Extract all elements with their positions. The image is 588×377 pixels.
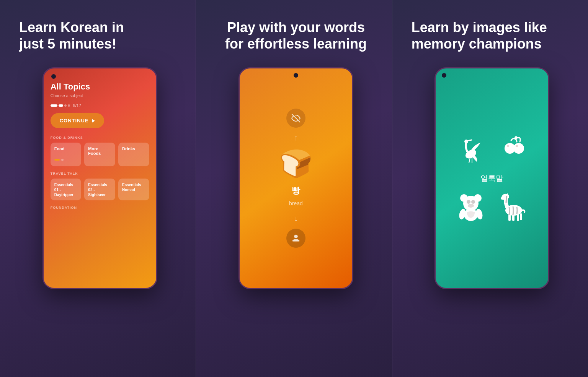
svg-point-10 bbox=[507, 145, 509, 147]
korean-word: 빵 bbox=[292, 185, 300, 197]
food-topic-cards: Food More Foods Drinks bbox=[51, 143, 149, 166]
eye-slash-icon bbox=[291, 114, 301, 123]
continue-arrow-icon bbox=[92, 119, 95, 123]
essentials-02-title: Essentials 02 - Sightseer bbox=[88, 182, 111, 197]
travel-talk-label: TRAVEL TALK bbox=[51, 172, 149, 176]
choose-subject: Choose a subject bbox=[51, 93, 149, 98]
svg-line-6 bbox=[469, 158, 470, 163]
panel-1: Learn Korean in just 5 minutes! All Topi… bbox=[0, 0, 196, 377]
svg-point-19 bbox=[471, 200, 475, 204]
prog-filled-1 bbox=[51, 104, 57, 107]
panel-2: Play with your words for effortless lear… bbox=[196, 0, 392, 377]
phone-1-camera bbox=[51, 74, 56, 79]
svg-point-9 bbox=[513, 143, 524, 154]
drinks-card-title: Drinks bbox=[122, 146, 145, 151]
essentials-01-card[interactable]: Essentials 01 - Daytripper bbox=[51, 179, 82, 200]
prog-filled-2 bbox=[59, 104, 63, 107]
person-icon-container bbox=[286, 229, 305, 248]
svg-point-3 bbox=[293, 240, 299, 242]
continue-label: CONTINUE bbox=[60, 118, 89, 123]
crane-icon bbox=[456, 135, 486, 166]
travel-topic-cards: Essentials 01 - Daytripper Essentials 02… bbox=[51, 179, 149, 200]
zebra-icon bbox=[498, 191, 528, 222]
person-icon bbox=[291, 233, 301, 244]
phone-2-camera bbox=[294, 73, 298, 78]
food-card-title: Food bbox=[54, 146, 78, 151]
phone-3: 얼룩말 bbox=[434, 67, 549, 289]
svg-point-20 bbox=[468, 204, 474, 208]
bread-icon: 🍞 bbox=[279, 148, 312, 179]
panel-2-title: Play with your words for effortless lear… bbox=[223, 19, 369, 52]
all-topics-title: All Topics bbox=[51, 82, 149, 92]
progress-bar bbox=[51, 104, 70, 107]
bear-icon bbox=[456, 191, 486, 222]
progress-text: 9/17 bbox=[73, 103, 81, 108]
panel-1-title: Learn Korean in just 5 minutes! bbox=[19, 19, 149, 52]
svg-rect-27 bbox=[520, 213, 522, 220]
svg-point-11 bbox=[516, 145, 518, 147]
phone-2: ↑ 🍞 빵 bread ↓ bbox=[238, 67, 353, 289]
arrow-up-icon: ↑ bbox=[294, 133, 298, 142]
animals-top-row bbox=[456, 135, 528, 166]
essentials-03-title: Essentials Nomad bbox=[122, 182, 145, 192]
more-foods-card[interactable]: More Foods bbox=[84, 143, 115, 166]
phone-3-content: 얼룩말 bbox=[436, 68, 548, 288]
svg-rect-26 bbox=[517, 214, 519, 221]
svg-point-5 bbox=[464, 140, 468, 143]
food-drinks-label: FOOD & DRINKS bbox=[51, 136, 149, 140]
food-dot-2 bbox=[61, 159, 64, 161]
prog-empty-2 bbox=[68, 104, 70, 107]
foundation-label: FOUNDATION bbox=[51, 206, 149, 210]
panel-3: Learn by images like memory champions bbox=[392, 0, 588, 377]
cherry-icon bbox=[498, 135, 528, 166]
essentials-03-card[interactable]: Essentials Nomad bbox=[118, 179, 149, 200]
korean-animal-word: 얼룩말 bbox=[480, 173, 503, 184]
svg-rect-24 bbox=[508, 214, 511, 221]
arrow-down-icon: ↓ bbox=[294, 214, 298, 223]
progress-row: 9/17 bbox=[51, 103, 149, 108]
svg-rect-25 bbox=[512, 214, 514, 221]
eye-icon-container bbox=[286, 109, 305, 128]
essentials-01-title: Essentials 01 - Daytripper bbox=[54, 182, 78, 197]
food-card[interactable]: Food bbox=[51, 143, 82, 166]
prog-empty-1 bbox=[64, 104, 67, 107]
phone-1: All Topics Choose a subject 9/17 CONTINU… bbox=[42, 67, 157, 289]
english-word: bread bbox=[289, 200, 303, 206]
animals-bottom-row bbox=[456, 191, 528, 222]
phone-2-content: ↑ 🍞 빵 bread ↓ bbox=[240, 68, 352, 288]
drinks-card[interactable]: Drinks bbox=[118, 143, 149, 166]
more-foods-card-title: More Foods bbox=[88, 146, 111, 156]
svg-point-2 bbox=[294, 235, 297, 238]
essentials-02-card[interactable]: Essentials 02 - Sightseer bbox=[84, 179, 115, 200]
food-card-dots bbox=[54, 159, 78, 161]
svg-point-18 bbox=[467, 200, 470, 204]
continue-button[interactable]: CONTINUE bbox=[51, 113, 104, 128]
food-dot-1 bbox=[54, 159, 60, 161]
panel-3-title: Learn by images like memory champions bbox=[412, 19, 557, 52]
